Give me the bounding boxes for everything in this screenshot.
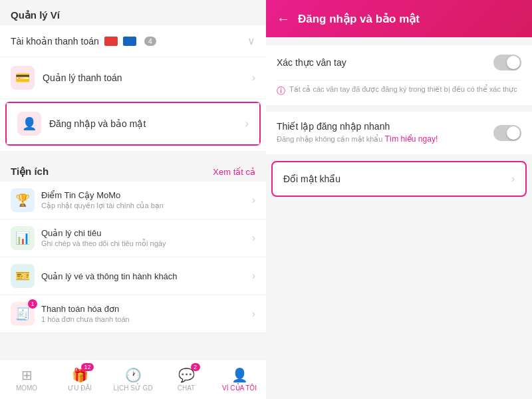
- quan-ly-thanh-toan-chevron: ›: [252, 72, 255, 84]
- quan-ly-ve-chevron: ›: [252, 270, 255, 282]
- thiet-lap-texts: Thiết lập đăng nhập nhanh Đăng nhập khôn…: [277, 121, 438, 145]
- diem-tin-cay-title: Điểm Tin Cậy MoMo: [41, 190, 164, 200]
- bank-icon-red: [104, 37, 118, 46]
- account-count-badge: 4: [144, 37, 156, 46]
- dang-nhap-bao-mat-left: 👤 Đăng nhập và bảo mật: [17, 112, 146, 136]
- wallet-section: Tài khoản thanh toán 4 ∨ 💳 Quản lý thanh…: [0, 25, 266, 151]
- dang-nhap-bao-mat-highlight: 👤 Đăng nhập và bảo mật ›: [5, 102, 261, 146]
- dang-nhap-bao-mat-label: Đăng nhập và bảo mật: [49, 118, 146, 129]
- quan-ly-chi-tieu-subtitle: Ghi chép và theo dõi chi tiêu mỗi ngày: [41, 239, 166, 248]
- xac-thuc-info-text: Tất cả các vân tay đã được đăng ký trong…: [289, 84, 517, 94]
- thanh-toan-hoa-don-title: Thanh toán hóa đơn: [41, 304, 130, 314]
- quan-ly-ve-item[interactable]: 🎫 Quản lý vé và thông tin hành khách ›: [0, 257, 266, 295]
- nav-item-lich-su-gd[interactable]: 🕐 LỊCH SỬ GD: [106, 363, 160, 396]
- uu-dai-badge: 12: [81, 363, 93, 371]
- nav-item-chat[interactable]: 💬 2 CHAT: [160, 363, 213, 396]
- left-panel: Quản lý Ví Tài khoản thanh toán 4 ∨ 💳 Qu…: [0, 0, 266, 399]
- quan-ly-chi-tieu-icon: 📊: [11, 226, 35, 250]
- momo-label: MOMO: [16, 384, 37, 392]
- xac-thuc-van-tay-toggle[interactable]: [493, 55, 521, 70]
- see-all-link[interactable]: Xem tất cả: [213, 167, 255, 177]
- quan-ly-thanh-toan-icon: 💳: [11, 66, 35, 90]
- info-icon: ⓘ: [277, 85, 285, 97]
- right-panel: ← Đăng nhập và bảo mật Xác thực vân tay …: [266, 0, 532, 399]
- diem-tin-cay-item[interactable]: 🏆 Điểm Tin Cậy MoMo Cập nhật quyền lợi t…: [0, 182, 266, 219]
- thanh-toan-hoa-don-left: 🧾 1 Thanh toán hóa đơn 1 hóa đơn chưa th…: [11, 302, 130, 326]
- thiet-lap-sublabel: Đăng nhập không cần mật khẩu Tìm hiểu ng…: [277, 134, 438, 145]
- thanh-toan-hoa-don-item[interactable]: 🧾 1 Thanh toán hóa đơn 1 hóa đơn chưa th…: [0, 295, 266, 333]
- right-content: Xác thực vân tay ⓘ Tất cả các vân tay đã…: [266, 37, 532, 399]
- uu-dai-badge-wrapper: 🎁 12: [72, 367, 88, 383]
- quan-ly-ve-texts: Quản lý vé và thông tin hành khách: [41, 271, 178, 281]
- quan-ly-ve-title: Quản lý vé và thông tin hành khách: [41, 271, 178, 281]
- right-header-title: Đăng nhập và bảo mật: [298, 12, 420, 26]
- vi-cua-toi-icon: 👤: [231, 367, 248, 383]
- thiet-lap-toggle[interactable]: [493, 125, 521, 141]
- quan-ly-ve-left: 🎫 Quản lý vé và thông tin hành khách: [11, 264, 178, 288]
- thiet-lap-knob: [507, 126, 520, 140]
- thiet-lap-dang-nhap-row: Thiết lập đăng nhập nhanh Đăng nhập khôn…: [277, 112, 521, 154]
- thiet-lap-label: Thiết lập đăng nhập nhanh: [277, 121, 438, 132]
- quan-ly-thanh-toan-label: Quản lý thanh toán: [43, 72, 122, 83]
- quan-ly-chi-tieu-title: Quản lý chi tiêu: [41, 228, 166, 238]
- tai-khoan-label: Tài khoản thanh toán: [11, 36, 99, 47]
- momo-icon: ⊞: [21, 367, 33, 383]
- diem-tin-cay-chevron: ›: [252, 194, 255, 206]
- thanh-toan-hoa-don-texts: Thanh toán hóa đơn 1 hóa đơn chưa thanh …: [41, 304, 130, 324]
- tien-ich-section-row: Tiện ích Xem tất cả: [0, 156, 266, 182]
- quan-ly-chi-tieu-item[interactable]: 📊 Quản lý chi tiêu Ghi chép và theo dõi …: [0, 219, 266, 257]
- quan-ly-thanh-toan-item[interactable]: 💳 Quản lý thanh toán ›: [0, 57, 266, 99]
- lich-su-gd-label: LỊCH SỬ GD: [113, 384, 152, 392]
- tai-khoan-thanh-toan-row[interactable]: Tài khoản thanh toán 4 ∨: [0, 25, 266, 57]
- doi-mat-khau-chevron: ›: [511, 173, 515, 185]
- quan-ly-thanh-toan-left: 💳 Quản lý thanh toán: [11, 66, 122, 90]
- tai-khoan-chevron: ∨: [247, 35, 255, 47]
- tim-hieu-ngay-link[interactable]: Tìm hiểu ngay!: [385, 134, 438, 144]
- thanh-toan-hoa-don-chevron: ›: [252, 308, 255, 320]
- tien-ich-section: 🏆 Điểm Tin Cậy MoMo Cập nhật quyền lợi t…: [0, 182, 266, 333]
- lich-su-gd-icon: 🕐: [125, 367, 142, 383]
- doi-mat-khau-label: Đổi mật khẩu: [283, 174, 340, 184]
- thanh-toan-badge: 1: [28, 299, 37, 309]
- tien-ich-section-title: Tiện ích: [11, 166, 49, 178]
- thanh-toan-icon-wrapper: 🧾 1: [11, 302, 35, 326]
- quan-ly-ve-icon: 🎫: [11, 264, 35, 288]
- dang-nhap-bao-mat-chevron: ›: [245, 118, 249, 130]
- quan-ly-chi-tieu-texts: Quản lý chi tiêu Ghi chép và theo dõi ch…: [41, 228, 166, 248]
- chat-badge: 2: [191, 363, 200, 371]
- vi-cua-toi-label: VÍ CỦA TÔI: [222, 384, 257, 392]
- xac-thuc-info-row: ⓘ Tất cả các vân tay đã được đăng ký tro…: [277, 80, 521, 105]
- xac-thuc-van-tay-knob: [507, 56, 520, 69]
- right-header: ← Đăng nhập và bảo mật: [266, 0, 532, 37]
- tai-khoan-left: Tài khoản thanh toán 4: [11, 36, 156, 47]
- diem-tin-cay-left: 🏆 Điểm Tin Cậy MoMo Cập nhật quyền lợi t…: [11, 188, 164, 212]
- bottom-nav: ⊞ MOMO 🎁 12 ƯU ĐÃI 🕐 LỊCH SỬ GD 💬 2 CHAT: [0, 359, 266, 399]
- quan-ly-vi-section-header: Quản lý Ví: [0, 0, 266, 25]
- diem-tin-cay-texts: Điểm Tin Cậy MoMo Cập nhật quyền lợi tài…: [41, 190, 164, 210]
- quan-ly-chi-tieu-left: 📊 Quản lý chi tiêu Ghi chép và theo dõi …: [11, 226, 166, 250]
- back-button[interactable]: ←: [277, 11, 290, 27]
- doi-mat-khau-row[interactable]: Đổi mật khẩu ›: [273, 162, 525, 196]
- doi-mat-khau-section: Đổi mật khẩu ›: [271, 161, 527, 197]
- diem-tin-cay-subtitle: Cập nhật quyền lợi tài chính của bạn: [41, 201, 164, 210]
- nav-item-vi-cua-toi[interactable]: 👤 VÍ CỦA TÔI: [213, 363, 266, 396]
- nav-item-uu-dai[interactable]: 🎁 12 ƯU ĐÃI: [53, 363, 106, 396]
- xac-thuc-van-tay-label: Xác thực vân tay: [277, 57, 346, 68]
- diem-tin-cay-icon: 🏆: [11, 188, 35, 212]
- dang-nhap-bao-mat-icon: 👤: [17, 112, 41, 136]
- nav-item-momo[interactable]: ⊞ MOMO: [0, 363, 53, 396]
- chat-badge-wrapper: 💬 2: [178, 367, 195, 383]
- thanh-toan-hoa-don-subtitle: 1 hóa đơn chưa thanh toán: [41, 315, 130, 324]
- thiet-lap-sublabel-text: Đăng nhập không cần mật khẩu: [277, 135, 385, 143]
- dang-nhap-bao-mat-item[interactable]: 👤 Đăng nhập và bảo mật ›: [7, 103, 259, 144]
- bank-icon-blue: [123, 37, 136, 46]
- uu-dai-label: ƯU ĐÃI: [68, 384, 92, 392]
- quan-ly-chi-tieu-chevron: ›: [252, 232, 255, 244]
- xac-thuc-van-tay-row: Xác thực vân tay: [277, 45, 521, 80]
- thiet-lap-dang-nhap-section: Thiết lập đăng nhập nhanh Đăng nhập khôn…: [266, 112, 532, 154]
- xac-thuc-van-tay-section: Xác thực vân tay ⓘ Tất cả các vân tay đã…: [266, 45, 532, 105]
- chat-label: CHAT: [178, 384, 195, 392]
